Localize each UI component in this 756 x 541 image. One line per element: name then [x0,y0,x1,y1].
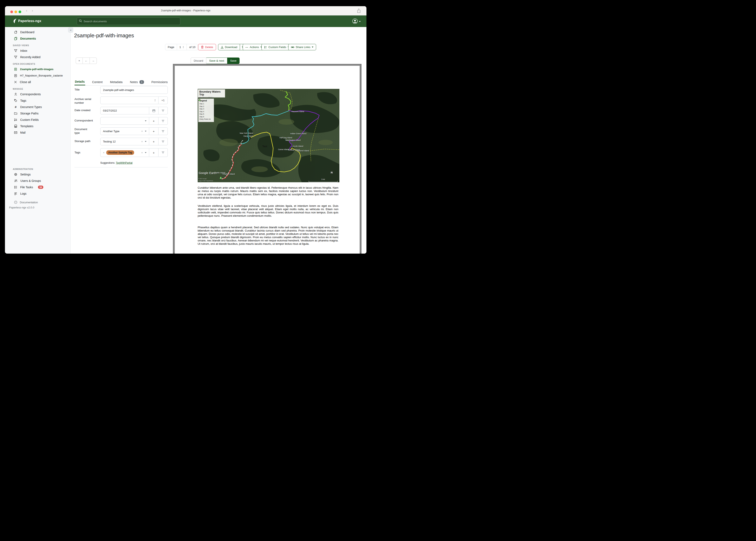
asn-stepper-icon[interactable]: ▲▼ [154,99,156,102]
search-icon [79,19,82,23]
tab-details[interactable]: Details [74,77,85,85]
chevron-down-icon [145,120,146,122]
storage-path-label: Storage path [74,139,99,143]
share-icon[interactable] [357,8,361,14]
sidebar-section-open-documents: OPEN DOCUMENTS [5,62,70,66]
sidebar-item-users-groups[interactable]: Users & Groups [5,178,70,184]
sidebar: Dashboard Documents SAVED VIEWS Inbox Re… [5,27,71,254]
sidebar-item-inbox[interactable]: Inbox [5,47,70,54]
page-label: Page [165,44,177,50]
search-bar[interactable] [77,18,180,25]
chevron-down-icon [145,141,146,142]
save-next-button[interactable]: Save & next [206,58,227,64]
document-type-filter-button[interactable] [158,127,168,135]
suggestion-link[interactable]: TagWithPartial [116,162,133,164]
google-earth-watermark: Google Earth [199,171,216,175]
ellipsis-icon: ⋯ [245,46,248,49]
map-title-box: Boundary Waters Trip Six days in BWCA [198,89,225,98]
sidebar-item-file-tasks[interactable]: File Tasks 16 [5,184,70,190]
next-document-button[interactable]: → [90,58,97,64]
tags-field: × Another Sample Tag × + [100,148,168,157]
sidebar-section-administration: ADMINISTRATION [5,167,70,171]
share-links-button[interactable]: Share Links [288,44,316,50]
boundary-dash-d [310,149,339,151]
date-created-label: Date created [74,109,99,112]
map-label: Text [262,145,267,148]
discard-button[interactable]: Discard [191,58,206,64]
tags-filter-button[interactable] [158,148,168,157]
map-label: Charlies Island [222,173,235,175]
map-graphic [198,89,339,182]
filter-icon [162,120,164,122]
sidebar-item-mail[interactable]: Mail [5,129,70,136]
clear-icon[interactable]: × [141,130,143,133]
title-input[interactable] [103,89,165,92]
asn-input[interactable] [103,99,153,102]
sidebar-item-dashboard[interactable]: Dashboard [5,29,70,35]
sidebar-item-label: Storage Paths [20,112,39,115]
sidebar-item-documents[interactable]: Documents [5,35,70,42]
map-subtitle: Six days in BWCA [199,97,224,99]
search-input[interactable] [84,20,178,23]
map-legend: Legend Day 1Day 2Day 3Day 4Day 5Day 6Ent… [198,99,214,122]
sidebar-item-recently-added[interactable]: Recently Added [5,54,70,60]
sidebar-section-manage: MANAGE [5,87,70,91]
map-credit-1: © 2017 Google [198,178,207,179]
tags-select[interactable]: × Another Sample Tag × [100,148,149,157]
sidebar-item-close-all[interactable]: Close all [5,79,70,85]
sidebar-item-open-doc-2[interactable]: H7_Napoleon_Bonaparte_zadanie [5,72,70,79]
sidebar-item-templates[interactable]: Templates [5,123,70,129]
date-filter-button[interactable] [158,107,168,114]
page-stepper-icon[interactable]: ▲▼ [183,46,184,48]
app-window: ‹ › 2sample-pdf-with-images - Paperless-… [5,6,366,254]
map-label: Gary Island [243,135,253,137]
sidebar-item-custom-fields[interactable]: Custom Fields [5,117,70,123]
user-menu[interactable] [352,18,361,25]
tag-chip[interactable]: Another Sample Tag [106,150,134,155]
download-button[interactable]: Download [218,44,240,50]
correspondent-filter-button[interactable] [158,117,168,125]
close-document-button[interactable]: × [76,58,83,64]
tab-content[interactable]: Content [92,77,103,85]
save-button[interactable]: Save [227,58,240,64]
add-storage-path-button[interactable]: + [149,138,158,145]
delete-button[interactable]: Delete [198,44,216,50]
add-tag-button[interactable]: + [149,148,158,157]
chevron-down-icon [145,131,146,132]
date-created-input[interactable] [103,109,146,112]
sidebar-item-correspondents[interactable]: Correspondents [5,91,70,97]
document-type-select[interactable]: Another Type × [100,127,149,135]
calendar-button[interactable] [149,107,158,114]
clear-icon[interactable]: × [141,151,143,154]
page-number-input[interactable]: 1 ▲▼ [177,44,187,50]
storage-path-select[interactable]: Testing 12 × [100,138,149,145]
notes-count-badge: 1 [139,80,144,84]
correspondent-select[interactable] [100,117,149,125]
storage-path-filter-button[interactable] [158,138,168,145]
remove-tag-icon[interactable]: × [103,151,105,154]
sidebar-item-logs[interactable]: Logs [5,190,70,197]
add-document-type-button[interactable]: + [149,127,158,135]
asn-next-button[interactable]: +1 [158,97,168,104]
sidebar-item-label: Mail [20,131,26,134]
collapse-sidebar-button[interactable]: « [68,27,73,33]
pdf-preview-pane[interactable]: Boundary Waters Trip Six days in BWCA Le… [173,64,361,254]
tab-metadata[interactable]: Metadata [110,77,123,85]
previous-document-button[interactable]: ← [83,58,90,64]
sidebar-item-documentation[interactable]: ? Documentation [5,200,70,205]
custom-fields-button[interactable]: Custom Fields [261,44,292,50]
tab-permissions[interactable]: Permissions [151,77,168,85]
sidebar-item-open-doc-1[interactable]: 2sample-pdf-with-images [5,66,70,72]
sidebar-item-tags[interactable]: Tags [5,97,70,104]
sidebar-item-label: File Tasks [20,186,33,189]
add-correspondent-button[interactable]: + [149,117,158,125]
pdf-paragraph: Curabitur bibendum ante urna, sed blandi… [198,186,338,199]
sidebar-item-storage-paths[interactable]: Storage Paths [5,110,70,117]
map-label: Indian Grave Island [290,133,306,135]
sidebar-item-settings[interactable]: Settings [5,171,70,178]
clear-icon[interactable]: × [141,140,143,143]
filter-icon [162,151,164,154]
sidebar-item-document-types[interactable]: # Document Types [5,104,70,110]
compass-icon: N [330,171,332,174]
tab-notes[interactable]: Notes1 [130,77,144,85]
